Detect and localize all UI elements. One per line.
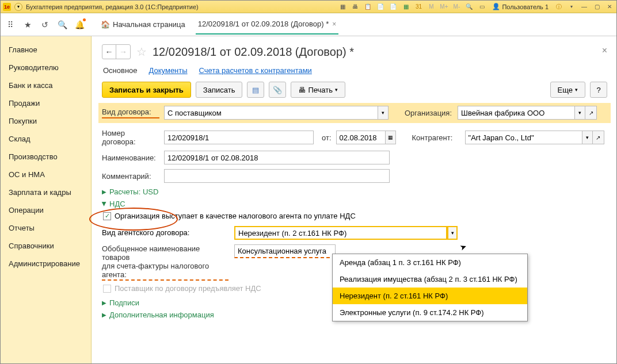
organization-input[interactable] — [458, 106, 575, 120]
search-icon[interactable]: 🔍 — [56, 18, 68, 31]
counterparty-open-button[interactable]: ↗ — [593, 131, 604, 144]
sidebar-item-warehouse[interactable]: Склад — [1, 130, 91, 148]
content-area: × ← → ☆ 12/020918/1 от 02.09.2018 (Догов… — [92, 36, 616, 363]
expander-calc-label: Расчеты: USD — [109, 187, 158, 196]
sidebar-item-admin[interactable]: Администрирование — [1, 255, 91, 273]
dropdown-option-property[interactable]: Реализация имущества (абзац 2 п. 3 ст.16… — [333, 271, 527, 288]
supplier-nds-label: Поставщик по договору предъявляет НДС — [115, 284, 261, 293]
date-from-label: от: — [322, 133, 332, 142]
tab-home[interactable]: 🏠 Начальная страница — [101, 20, 185, 29]
document-icon: ▤ — [252, 86, 259, 94]
expander-sign-label: Подписи — [109, 298, 139, 307]
more-label: Еще — [558, 86, 573, 94]
name-input[interactable] — [164, 151, 390, 164]
info-icon[interactable]: ⓘ — [554, 2, 563, 12]
tab-document[interactable]: 12/020918/1 от 02.09.2018 (Договор) * × — [196, 20, 339, 35]
sidebar-item-production[interactable]: Производство — [1, 148, 91, 166]
subtab-documents[interactable]: Документы — [149, 66, 188, 75]
help-button[interactable]: ? — [590, 82, 607, 98]
app-menu-dropdown[interactable]: ▾ — [14, 3, 22, 11]
info-dd-icon[interactable]: ▾ — [567, 2, 576, 12]
toolbar-btn-3[interactable]: 📋 — [363, 2, 372, 12]
zoom-icon[interactable]: 🔍 — [464, 2, 474, 12]
supplier-nds-checkbox[interactable] — [103, 285, 111, 293]
sidebar-item-assets[interactable]: ОС и НМА — [1, 166, 91, 183]
toolbar-btn-1[interactable]: ▦ — [338, 2, 347, 12]
counterparty-input[interactable] — [465, 131, 582, 144]
date-picker-button[interactable]: ▦ — [386, 131, 396, 144]
close-button[interactable]: ✕ — [605, 2, 614, 12]
favorites-star-icon[interactable]: ★ — [21, 18, 34, 31]
calendar-icon[interactable]: 31 — [414, 2, 423, 12]
date-input[interactable] — [336, 131, 386, 144]
counterparty-dropdown-button[interactable]: ▾ — [582, 131, 593, 144]
contract-number-input[interactable] — [164, 131, 314, 144]
apps-grid-icon[interactable]: ⠿ — [4, 18, 17, 31]
sidebar-item-reports[interactable]: Отчеты — [1, 219, 91, 237]
chevron-down-icon: ▾ — [335, 87, 338, 93]
tax-agent-checkbox[interactable]: ✓ — [103, 212, 111, 220]
nav-sidebar: Главное Руководителю Банк и касса Продаж… — [1, 36, 92, 363]
calc-icon[interactable]: ▦ — [401, 2, 410, 12]
toolbar-btn-5[interactable]: 📄 — [389, 2, 398, 12]
home-icon: 🏠 — [101, 20, 110, 29]
expander-nds[interactable]: ▶ НДС — [102, 200, 607, 208]
tax-agent-checkbox-label: Организация выступает в качестве налогов… — [115, 212, 356, 220]
sidebar-item-operations[interactable]: Операции — [1, 201, 91, 219]
user-label[interactable]: 👤 Пользователь 1 — [490, 3, 551, 10]
agent-type-label: Вид агентского договора: — [102, 226, 228, 237]
history-icon[interactable]: ↺ — [39, 18, 51, 31]
sidebar-item-directories[interactable]: Справочники — [1, 237, 91, 255]
nav-back-button[interactable]: ← — [102, 45, 116, 59]
contract-number-row: Номер договора: от: ▦ Контрагент: ▾ ↗ — [102, 129, 607, 146]
sidebar-item-manager[interactable]: Руководителю — [1, 59, 91, 76]
expander-calculations[interactable]: ▶ Расчеты: USD — [102, 187, 607, 196]
save-button[interactable]: Записать — [196, 82, 243, 98]
tab-doc-label: 12/020918/1 от 02.09.2018 (Договор) * — [198, 20, 329, 28]
goods-label-line1: Обобщенное наименование товаров — [102, 244, 228, 262]
m-icon[interactable]: M — [426, 2, 436, 12]
organization-open-button[interactable]: ↗ — [585, 106, 597, 120]
notifications-bell-icon[interactable]: 🔔 — [73, 18, 86, 31]
toolbar-btn-4[interactable]: 📄 — [376, 2, 385, 12]
mplus-icon[interactable]: M+ — [439, 2, 448, 12]
attachment-button[interactable]: 📎 — [269, 82, 286, 98]
more-button[interactable]: Еще▾ — [550, 82, 585, 98]
window-icon[interactable]: ▭ — [477, 2, 486, 12]
print-button[interactable]: 🖶Печать▾ — [291, 82, 345, 98]
dropdown-option-eservices[interactable]: Электронные услуги (п. 9 ст.174.2 НК РФ) — [333, 304, 527, 321]
name-row: Наименование: — [102, 151, 607, 164]
sidebar-item-sales[interactable]: Продажи — [1, 94, 91, 112]
comment-input[interactable] — [164, 169, 390, 183]
tab-close-icon[interactable]: × — [332, 20, 336, 28]
close-form-button[interactable]: × — [602, 45, 607, 56]
sidebar-item-hr[interactable]: Зарплата и кадры — [1, 183, 91, 201]
agent-type-dropdown-button[interactable]: ▾ — [447, 226, 458, 240]
mminus-icon[interactable]: M- — [452, 2, 461, 12]
sidebar-item-main[interactable]: Главное — [1, 41, 91, 59]
agent-type-input[interactable] — [234, 226, 447, 240]
expander-addinfo-label: Дополнительная информация — [109, 311, 214, 319]
save-and-close-button[interactable]: Записать и закрыть — [102, 82, 191, 98]
organization-dropdown-button[interactable]: ▾ — [575, 106, 585, 120]
sidebar-item-purchases[interactable]: Покупки — [1, 112, 91, 130]
nav-forward-button[interactable]: → — [116, 45, 130, 59]
form-icon-button[interactable]: ▤ — [247, 82, 264, 98]
organization-label: Организация: — [405, 109, 453, 117]
tax-agent-checkbox-row: ✓ Организация выступает в качестве налог… — [103, 212, 607, 220]
sidebar-item-bank[interactable]: Банк и касса — [1, 76, 91, 94]
favorite-star-icon[interactable]: ☆ — [136, 45, 147, 59]
minimize-button[interactable]: — — [580, 2, 589, 12]
goods-name-input[interactable] — [234, 244, 336, 258]
dropdown-option-nonresident[interactable]: Нерезидент (п. 2 ст.161 НК РФ) — [333, 288, 527, 304]
paperclip-icon: 📎 — [273, 86, 282, 94]
subtab-main[interactable]: Основное — [103, 66, 138, 75]
print-icon[interactable]: 🖶 — [351, 2, 360, 12]
contract-type-dropdown-button[interactable]: ▾ — [378, 106, 389, 120]
window-titlebar: 1e ▾ Бухгалтерия предприятия, редакция 3… — [1, 1, 616, 13]
contract-type-input[interactable] — [164, 106, 378, 120]
subtab-accounts[interactable]: Счета расчетов с контрагентами — [199, 66, 312, 75]
dropdown-option-rent[interactable]: Аренда (абзац 1 п. 3 ст.161 НК РФ) — [333, 254, 527, 271]
restore-button[interactable]: ▢ — [592, 2, 601, 12]
agent-contract-type-row: Вид агентского договора: ▾ — [102, 226, 607, 240]
